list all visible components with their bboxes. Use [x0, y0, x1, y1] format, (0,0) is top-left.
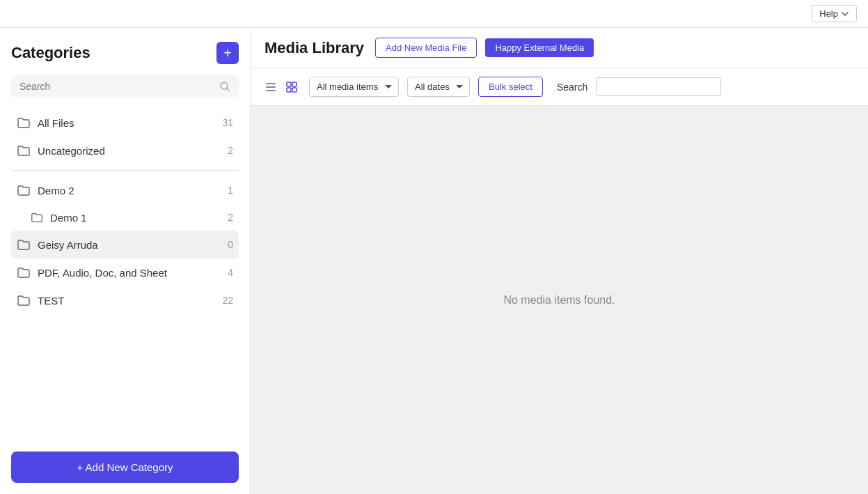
category-label: Uncategorized [38, 145, 221, 157]
svg-line-1 [227, 88, 230, 91]
add-category-icon-button[interactable]: + [216, 42, 239, 64]
folder-icon [17, 238, 31, 252]
add-new-media-file-button[interactable]: Add New Media File [375, 38, 477, 58]
empty-state-message: No media items found. [503, 294, 615, 307]
svg-rect-6 [292, 82, 297, 86]
svg-rect-7 [287, 88, 291, 92]
svg-rect-4 [266, 90, 276, 91]
folder-icon [17, 144, 31, 157]
content-header: Media Library Add New Media File Happy E… [251, 28, 868, 68]
category-item-pdf-audio[interactable]: PDF, Audio, Doc, and Sheet 4 [11, 258, 239, 286]
search-label: Search [557, 82, 587, 93]
grid-view-icon [285, 81, 298, 93]
main-layout: Categories + All Files 31 Uncategorized … [0, 28, 868, 494]
folder-icon [31, 211, 43, 224]
help-button[interactable]: Help [812, 5, 857, 22]
category-label: TEST [38, 295, 215, 307]
category-item-geisy-arruda[interactable]: Geisy Arruda 0 [11, 231, 239, 258]
sidebar: Categories + All Files 31 Uncategorized … [0, 28, 251, 494]
view-toggle [262, 78, 301, 96]
svg-rect-8 [292, 88, 297, 92]
main-content: Media Library Add New Media File Happy E… [251, 28, 868, 494]
folder-icon [17, 183, 31, 197]
bulk-select-button[interactable]: Bulk select [478, 77, 543, 97]
svg-rect-2 [266, 83, 276, 84]
list-view-icon [265, 81, 277, 93]
category-label: Demo 2 [38, 185, 221, 196]
category-item-all-files[interactable]: All Files 31 [11, 109, 239, 137]
category-count: 22 [222, 295, 233, 306]
category-label: Demo 1 [50, 212, 221, 224]
sidebar-title: Categories [11, 44, 90, 62]
folder-icon [17, 293, 31, 307]
category-search-input[interactable] [19, 81, 214, 92]
toolbar: All media itemsImagesVideosDocuments All… [251, 68, 868, 106]
media-type-filter[interactable]: All media itemsImagesVideosDocuments [309, 77, 399, 97]
category-search-box [11, 75, 239, 98]
date-filter[interactable]: All dates20242023 [407, 77, 470, 97]
add-new-category-button[interactable]: + Add New Category [11, 451, 239, 483]
chevron-down-icon [841, 10, 849, 18]
category-count: 31 [222, 117, 233, 128]
list-view-button[interactable] [262, 78, 280, 96]
happy-external-media-button[interactable]: Happy External Media [485, 38, 594, 57]
grid-view-button[interactable] [283, 78, 301, 96]
category-item-demo-2[interactable]: Demo 2 1 [11, 176, 239, 204]
category-count: 2 [228, 145, 233, 156]
category-label: PDF, Audio, Doc, and Sheet [38, 267, 221, 279]
category-count: 2 [228, 212, 233, 223]
category-list: All Files 31 Uncategorized 2 Demo 2 1 De… [11, 109, 239, 443]
sidebar-header: Categories + [11, 42, 239, 64]
media-search-input[interactable] [596, 77, 721, 96]
category-label: All Files [38, 117, 215, 129]
help-label: Help [819, 8, 838, 19]
page-title: Media Library [265, 39, 364, 57]
empty-state: No media items found. [251, 106, 868, 494]
search-icon [219, 81, 230, 92]
top-bar: Help [0, 0, 868, 28]
category-count: 4 [228, 267, 233, 278]
svg-rect-5 [287, 82, 291, 86]
svg-rect-3 [266, 86, 276, 88]
category-item-test[interactable]: TEST 22 [11, 286, 239, 314]
category-count: 0 [228, 239, 233, 250]
category-count: 1 [228, 185, 233, 196]
category-label: Geisy Arruda [38, 239, 221, 251]
category-item-demo-1[interactable]: Demo 1 2 [11, 204, 239, 231]
folder-icon [17, 265, 31, 279]
divider [11, 170, 239, 171]
folder-icon [17, 116, 31, 130]
category-item-uncategorized[interactable]: Uncategorized 2 [11, 137, 239, 164]
